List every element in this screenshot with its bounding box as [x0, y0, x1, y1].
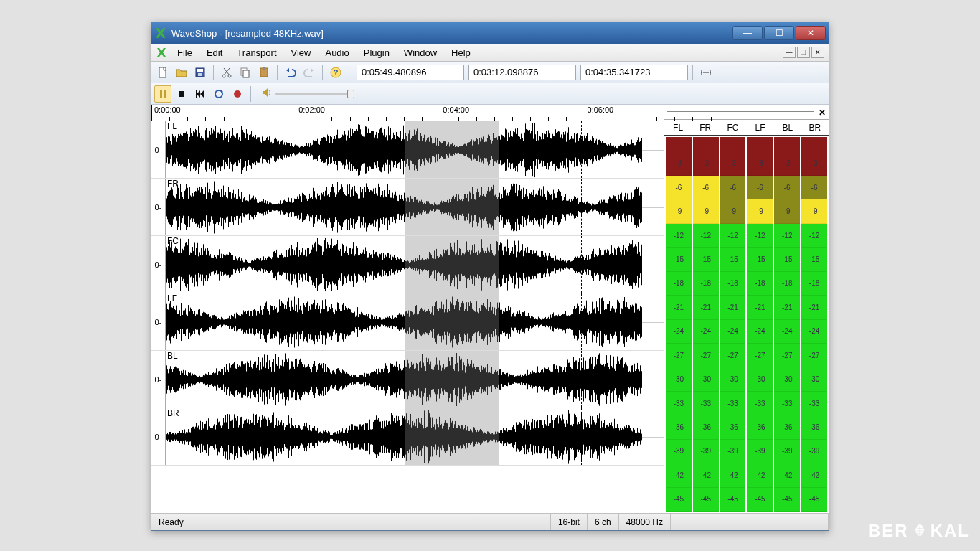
- svg-rect-3: [198, 73, 202, 76]
- brain-icon: [912, 523, 928, 539]
- stop-button[interactable]: [173, 85, 190, 103]
- waveform-area: 0:00:000:02:000:04:000:06:00 0-FL0-FR0-F…: [151, 105, 664, 513]
- track-lf[interactable]: 0-LF: [151, 293, 664, 351]
- meter-segment: -6: [801, 176, 827, 199]
- meter-col-label: FR: [692, 120, 719, 135]
- ruler-tick: 0:04:00: [440, 105, 440, 121]
- cut-button[interactable]: [218, 64, 235, 81]
- minimize-button[interactable]: —: [732, 26, 763, 40]
- menu-edit[interactable]: Edit: [199, 45, 230, 60]
- copy-button[interactable]: [237, 64, 254, 81]
- meter-segment: -33: [666, 392, 692, 415]
- meter-segment: -18: [801, 272, 827, 296]
- meter-segment: -18: [666, 272, 692, 296]
- meter-segment: -6: [747, 176, 773, 199]
- redo-button[interactable]: [301, 64, 318, 81]
- maximize-button[interactable]: ☐: [764, 26, 794, 40]
- menu-window[interactable]: Window: [397, 45, 444, 60]
- svg-rect-9: [263, 67, 265, 70]
- meter-segment: -39: [693, 440, 719, 463]
- meter-segment: -6: [774, 176, 800, 199]
- meter-segment: -39: [666, 440, 692, 463]
- track-br[interactable]: 0-BR: [151, 408, 664, 466]
- help-button[interactable]: ?: [327, 64, 344, 81]
- time-position[interactable]: 0:05:49.480896: [357, 65, 464, 80]
- track-bl[interactable]: 0-BL: [151, 351, 664, 408]
- menu-view[interactable]: View: [284, 45, 319, 60]
- track-body[interactable]: BL: [166, 351, 664, 408]
- track-body[interactable]: LF: [166, 293, 664, 350]
- watermark-right: KAL: [930, 521, 970, 541]
- meter-segment: -21: [666, 296, 692, 319]
- pause-button[interactable]: [154, 85, 171, 103]
- loop-button[interactable]: [210, 85, 227, 103]
- meter-column: -3-6-9-12-15-18-21-24-27-30-33-36-39-42-…: [693, 137, 719, 512]
- open-button[interactable]: [173, 64, 190, 81]
- menu-audio[interactable]: Audio: [318, 45, 356, 60]
- status-spacer: [671, 514, 829, 530]
- time-selection-start[interactable]: 0:03:12.098876: [468, 65, 576, 80]
- channel-label: FC: [167, 236, 179, 246]
- track-body[interactable]: FC: [166, 236, 664, 293]
- track-gutter: 0-: [151, 236, 166, 293]
- svg-point-17: [234, 90, 241, 98]
- mdi-minimize-button[interactable]: —: [783, 47, 796, 58]
- meter-col-label: BR: [801, 120, 829, 135]
- meter-column: -3-6-9-12-15-18-21-24-27-30-33-36-39-42-…: [720, 137, 746, 512]
- track-body[interactable]: FR: [166, 179, 664, 235]
- volume-control: [261, 87, 354, 101]
- meter-segment: -15: [747, 248, 773, 271]
- undo-button[interactable]: [282, 64, 299, 81]
- meter-segment: -30: [720, 367, 746, 391]
- meter-segment: -36: [747, 415, 773, 439]
- meter-segment: -33: [801, 392, 827, 415]
- titlebar[interactable]: WaveShop - [resampled 48KHz.wav] — ☐ ✕: [151, 22, 829, 44]
- track-fc[interactable]: 0-FC: [151, 236, 664, 293]
- meter-panel: ✕ FLFRFCLFBLBR -3-6-9-12-15-18-21-24-27-…: [664, 105, 829, 513]
- track-fl[interactable]: 0-FL: [151, 121, 664, 179]
- paste-button[interactable]: [255, 64, 273, 81]
- volume-slider[interactable]: [275, 93, 354, 95]
- time-selection-length[interactable]: 0:04:35.341723: [580, 65, 688, 80]
- app-icon: [154, 27, 167, 39]
- meter-segment: -36: [693, 415, 719, 439]
- meter-segment: -9: [666, 199, 692, 223]
- time-ruler[interactable]: 0:00:000:02:000:04:000:06:00: [151, 105, 664, 121]
- mdi-close-button[interactable]: ✕: [811, 47, 824, 58]
- track-body[interactable]: FL: [166, 121, 664, 178]
- meter-segment: -24: [720, 320, 746, 344]
- meter-segment: -45: [666, 488, 692, 512]
- mdi-restore-button[interactable]: ❐: [797, 47, 810, 58]
- menu-plugin[interactable]: Plugin: [357, 45, 397, 60]
- svg-rect-0: [159, 67, 166, 77]
- meter-segment: -21: [801, 296, 827, 319]
- meter-segment: -30: [693, 367, 719, 391]
- playhead-cursor: [581, 293, 582, 350]
- close-button[interactable]: ✕: [796, 26, 826, 40]
- menu-file[interactable]: File: [170, 45, 199, 60]
- track-body[interactable]: BR: [166, 408, 664, 465]
- speaker-icon: [261, 87, 273, 101]
- svg-rect-2: [197, 69, 203, 72]
- record-button[interactable]: [229, 85, 246, 103]
- meter-segment: -42: [666, 463, 692, 487]
- meter-close-button[interactable]: ✕: [819, 108, 826, 118]
- meter-segment: -27: [720, 344, 746, 367]
- window-buttons: — ☐ ✕: [732, 26, 826, 40]
- track-gutter: 0-: [151, 179, 166, 235]
- meter-segment: -12: [774, 224, 800, 248]
- fit-button[interactable]: [697, 64, 715, 81]
- track-fr[interactable]: 0-FR: [151, 179, 664, 236]
- rewind-button[interactable]: [192, 85, 209, 103]
- meter-col-label: FL: [664, 120, 692, 135]
- menubar: File Edit Transport View Audio Plugin Wi…: [151, 44, 829, 62]
- meter-segment: -24: [801, 320, 827, 344]
- new-button[interactable]: [154, 64, 171, 81]
- menu-help[interactable]: Help: [444, 45, 478, 60]
- meter-col-label: LF: [747, 120, 774, 135]
- meter-col-label: FC: [719, 120, 746, 135]
- menu-transport[interactable]: Transport: [230, 45, 283, 60]
- channel-label: LF: [167, 293, 177, 303]
- save-button[interactable]: [192, 64, 209, 81]
- meter-segment: -24: [774, 320, 800, 344]
